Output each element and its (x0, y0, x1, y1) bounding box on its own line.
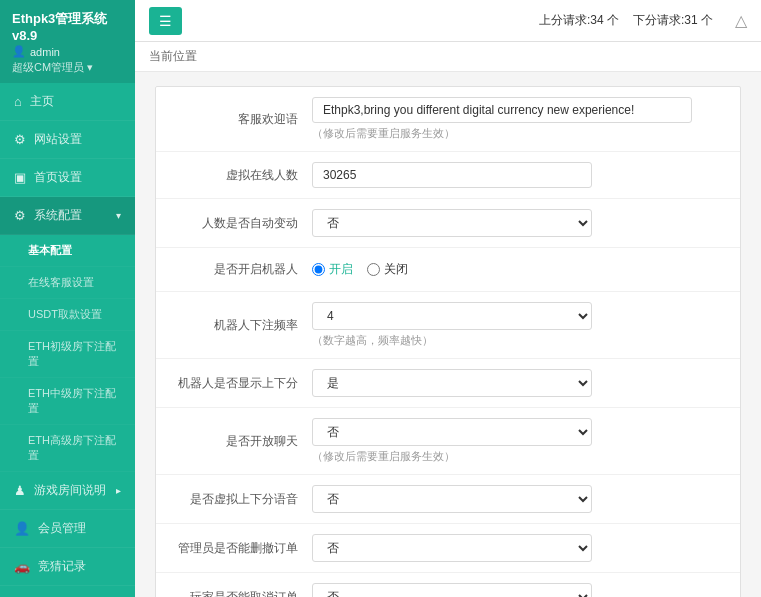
member-mgmt-icon: 👤 (14, 521, 30, 536)
control-enable-chat: 否 是 （修改后需要重启服务生效） (312, 418, 724, 464)
form-row-enable-robot: 是否开启机器人 开启 关闭 (156, 248, 740, 292)
sidebar-item-eth-init-config[interactable]: ETH初级房下注配置 (0, 331, 135, 378)
sidebar-header: Ethpk3管理系统 v8.9 👤 admin 超级CM管理员 ▾ (0, 0, 135, 83)
user-icon: 👤 (12, 45, 26, 58)
robot-off-radio[interactable] (367, 263, 380, 276)
breadcrumb: 当前位置 (135, 42, 761, 72)
label-robot-freq: 机器人下注频率 (172, 317, 312, 334)
bet-record-icon: 🚗 (14, 559, 30, 574)
control-online-count (312, 162, 724, 188)
auto-move-select[interactable]: 否 是 (312, 209, 592, 237)
sidebar-item-member-mgmt[interactable]: 👤 会员管理 (0, 510, 135, 548)
welcome-msg-hint: （修改后需要重启服务生效） (312, 126, 724, 141)
admin-cancel-order-select[interactable]: 否 是 (312, 534, 592, 562)
sidebar-item-home-settings[interactable]: ▣ 首页设置 (0, 159, 135, 197)
label-enable-chat: 是否开放聊天 (172, 433, 312, 450)
topbar-actions: 上分请求:34 个 下分请求:31 个 △ (539, 11, 747, 30)
sidebar-user: 👤 admin (12, 45, 123, 58)
role-dropdown-icon[interactable]: ▾ (87, 61, 93, 73)
sidebar-item-special-list[interactable]: ⚑ 特让列表 (0, 586, 135, 597)
label-show-voice: 是否虚拟上下分语音 (172, 491, 312, 508)
sidebar-item-website-settings[interactable]: ⚙ 网站设置 (0, 121, 135, 159)
label-auto-move: 人数是否自动变动 (172, 215, 312, 232)
welcome-msg-input[interactable] (312, 97, 692, 123)
robot-freq-select[interactable]: 4 123 567 8910 (312, 302, 592, 330)
game-desc-arrow: ▸ (116, 485, 121, 496)
sidebar-title: Ethpk3管理系统 v8.9 (12, 10, 123, 43)
control-auto-move: 否 是 (312, 209, 724, 237)
robot-show-select[interactable]: 是 否 (312, 369, 592, 397)
player-cancel-order-select[interactable]: 否 是 (312, 583, 592, 597)
content-area: 客服欢迎语 （修改后需要重启服务生效） 虚拟在线人数 人数是否自动变动 否 (135, 72, 761, 597)
control-welcome-msg: （修改后需要重启服务生效） (312, 97, 724, 141)
sidebar-item-game-desc[interactable]: ♟ 游戏房间说明 ▸ (0, 472, 135, 510)
collapse-icon[interactable]: △ (735, 11, 747, 30)
label-online-count: 虚拟在线人数 (172, 167, 312, 184)
form-row-admin-cancel-order: 管理员是否能删撤订单 否 是 (156, 524, 740, 573)
robot-off-option[interactable]: 关闭 (367, 261, 408, 278)
form-row-robot-show: 机器人是否显示上下分 是 否 (156, 359, 740, 408)
sidebar-item-eth-adv-config[interactable]: ETH高级房下注配置 (0, 425, 135, 472)
form-row-robot-freq: 机器人下注频率 4 123 567 8910 （数字越高，频率越快） (156, 292, 740, 359)
control-robot-show: 是 否 (312, 369, 724, 397)
form-row-player-cancel-order: 玩家是否能取消订单 否 是 (156, 573, 740, 597)
enable-chat-hint: （修改后需要重启服务生效） (312, 449, 724, 464)
form-section: 客服欢迎语 （修改后需要重启服务生效） 虚拟在线人数 人数是否自动变动 否 (155, 86, 741, 597)
online-count-input[interactable] (312, 162, 592, 188)
control-show-voice: 否 是 (312, 485, 724, 513)
menu-toggle-button[interactable]: ☰ (149, 7, 182, 35)
label-welcome-msg: 客服欢迎语 (172, 111, 312, 128)
website-settings-icon: ⚙ (14, 132, 26, 147)
sidebar-item-usdt-config[interactable]: USDT取款设置 (0, 299, 135, 331)
control-robot-freq: 4 123 567 8910 （数字越高，频率越快） (312, 302, 724, 348)
label-admin-cancel-order: 管理员是否能删撤订单 (172, 540, 312, 557)
robot-radio-group: 开启 关闭 (312, 261, 724, 278)
form-row-enable-chat: 是否开放聊天 否 是 （修改后需要重启服务生效） (156, 408, 740, 475)
robot-on-label: 开启 (329, 261, 353, 278)
label-enable-robot: 是否开启机器人 (172, 261, 312, 278)
sidebar-item-basic-config[interactable]: 基本配置 (0, 235, 135, 267)
topbar: ☰ 上分请求:34 个 下分请求:31 个 △ (135, 0, 761, 42)
robot-freq-hint: （数字越高，频率越快） (312, 333, 724, 348)
label-player-cancel-order: 玩家是否能取消订单 (172, 589, 312, 598)
control-admin-cancel-order: 否 是 (312, 534, 724, 562)
robot-on-option[interactable]: 开启 (312, 261, 353, 278)
sidebar-role: 超级CM管理员 ▾ (12, 60, 123, 75)
sidebar-item-online-service[interactable]: 在线客服设置 (0, 267, 135, 299)
down-request-count[interactable]: 下分请求:31 个 (633, 12, 713, 29)
control-player-cancel-order: 否 是 (312, 583, 724, 597)
game-desc-icon: ♟ (14, 483, 26, 498)
robot-off-label: 关闭 (384, 261, 408, 278)
form-row-welcome-msg: 客服欢迎语 （修改后需要重启服务生效） (156, 87, 740, 152)
system-config-icon: ⚙ (14, 208, 26, 223)
system-config-arrow: ▾ (116, 210, 121, 221)
form-row-auto-move: 人数是否自动变动 否 是 (156, 199, 740, 248)
form-row-online-count: 虚拟在线人数 (156, 152, 740, 199)
up-request-count[interactable]: 上分请求:34 个 (539, 12, 619, 29)
main-content: ☰ 上分请求:34 个 下分请求:31 个 △ 当前位置 客服欢迎语 （修改后需… (135, 0, 761, 597)
sidebar-item-system-config[interactable]: ⚙ 系统配置 ▾ (0, 197, 135, 235)
sidebar-item-bet-record[interactable]: 🚗 竞猜记录 (0, 548, 135, 586)
sidebar: Ethpk3管理系统 v8.9 👤 admin 超级CM管理员 ▾ ⌂ 主页 ⚙… (0, 0, 135, 597)
sidebar-item-eth-mid-config[interactable]: ETH中级房下注配置 (0, 378, 135, 425)
label-robot-show: 机器人是否显示上下分 (172, 375, 312, 392)
control-enable-robot: 开启 关闭 (312, 261, 724, 278)
sidebar-item-home[interactable]: ⌂ 主页 (0, 83, 135, 121)
sidebar-nav: ⌂ 主页 ⚙ 网站设置 ▣ 首页设置 ⚙ 系统配置 ▾ 基本配置 在线客服设置 … (0, 83, 135, 597)
home-settings-icon: ▣ (14, 170, 26, 185)
enable-chat-select[interactable]: 否 是 (312, 418, 592, 446)
menu-icon: ☰ (159, 13, 172, 29)
home-icon: ⌂ (14, 94, 22, 109)
robot-on-radio[interactable] (312, 263, 325, 276)
show-voice-select[interactable]: 否 是 (312, 485, 592, 513)
form-row-show-voice: 是否虚拟上下分语音 否 是 (156, 475, 740, 524)
